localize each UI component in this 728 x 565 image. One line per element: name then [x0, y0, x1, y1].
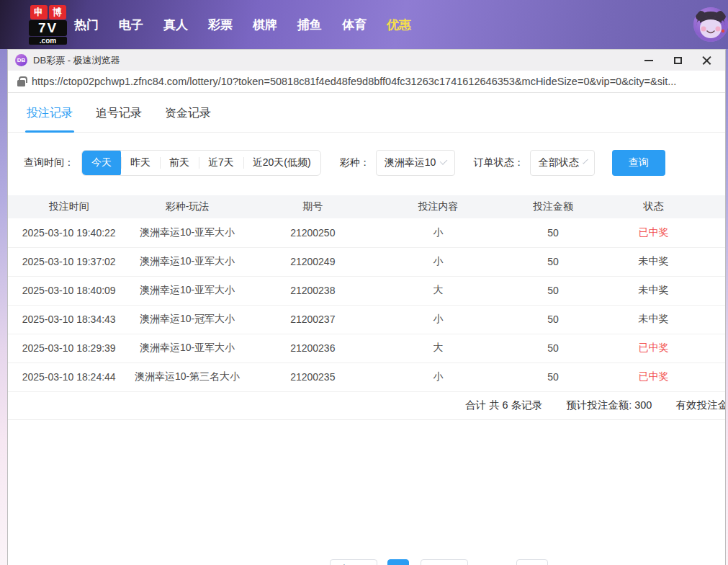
time-filter-label: 查询时间：	[24, 156, 74, 169]
minimize-icon	[644, 60, 653, 61]
cell-issue-number: 21200238	[245, 276, 381, 305]
nav-item-sports[interactable]: 体育	[341, 17, 367, 33]
time-option-today[interactable]: 今天	[82, 150, 121, 176]
nav-item-chess[interactable]: 棋牌	[252, 17, 278, 33]
maximize-button[interactable]	[663, 50, 692, 71]
next-page-button[interactable]: 下一页	[421, 559, 468, 565]
cell-status: 未中奖	[611, 276, 697, 305]
summary-valid-amount: 有效投注金额: 300	[675, 399, 726, 412]
time-option-yesterday[interactable]: 昨天	[121, 150, 160, 176]
cell-bet-content: 小	[381, 362, 495, 391]
cell-bet-content: 小	[381, 247, 495, 276]
table-row[interactable]: 2025-03-10 18:34:43 澳洲幸运10-冠军大小 21200237…	[8, 305, 725, 334]
time-option-day-before[interactable]: 前天	[160, 150, 199, 176]
cell-status: 已中奖	[611, 218, 697, 247]
status-select-value: 全部状态	[539, 156, 579, 169]
user-avatar[interactable]	[693, 7, 728, 42]
nav-item-live[interactable]: 真人	[163, 17, 189, 33]
cell-bet-time: 2025-03-10 18:29:39	[8, 334, 130, 362]
site-nav: 热门 电子 真人 彩票 棋牌 捕鱼 体育 优惠	[73, 0, 412, 49]
nav-item-fishing[interactable]: 捕鱼	[297, 17, 323, 33]
summary-total-records: 合计 共 6 条记录	[465, 399, 542, 412]
cell-bet-time: 2025-03-10 19:37:02	[8, 247, 130, 276]
lottery-select[interactable]: 澳洲幸运10	[376, 150, 455, 176]
time-option-last7days[interactable]: 近7天	[199, 150, 243, 176]
col-header-amount: 投注金额	[495, 195, 610, 218]
page-jump-input[interactable]	[516, 559, 548, 565]
lock-icon	[17, 80, 25, 86]
status-filter-label: 订单状态：	[474, 156, 524, 169]
window-titlebar[interactable]: DB DB彩票 - 极速浏览器	[8, 50, 725, 71]
cell-status: 已中奖	[611, 334, 697, 362]
maximize-icon	[674, 57, 682, 64]
cell-game-play: 澳洲幸运10-亚军大小	[130, 334, 244, 362]
close-button[interactable]	[692, 50, 721, 71]
search-button[interactable]: 查询	[612, 150, 665, 176]
minimize-button[interactable]	[634, 50, 663, 71]
summary-expected-amount: 预计投注金额: 300	[566, 399, 652, 412]
chevron-down-icon	[583, 158, 588, 164]
table-row[interactable]: 2025-03-10 19:40:22 澳洲幸运10-亚军大小 21200250…	[8, 218, 725, 247]
logo-badge-right: 博	[49, 5, 66, 19]
col-header-game: 彩种-玩法	[130, 195, 244, 218]
tab-fund-records[interactable]: 资金记录	[165, 93, 211, 133]
window-controls	[634, 50, 721, 71]
bet-records-table: 投注时间 彩种-玩法 期号 投注内容 投注金额 状态 2025-03-10 19…	[8, 195, 725, 392]
nav-item-promo[interactable]: 优惠	[386, 17, 412, 33]
browser-window: DB DB彩票 - 极速浏览器 https://ctop02pchwp1.zfn…	[7, 49, 726, 565]
cell-bet-amount: 50	[495, 362, 610, 391]
site-topbar: 申 博 7V .com 热门 电子 真人 彩票 棋牌 捕鱼 体育 优惠	[0, 0, 728, 49]
tab-bet-records[interactable]: 投注记录	[27, 93, 73, 133]
close-icon	[702, 55, 711, 65]
col-header-issue: 期号	[245, 195, 381, 218]
logo-main-text: 7V	[29, 20, 67, 36]
cell-issue-number: 21200236	[245, 334, 381, 362]
url-text[interactable]: https://ctop02pchwp1.zfnc84.com/lottery/…	[32, 76, 676, 87]
cell-game-play: 澳洲幸运10-亚军大小	[130, 247, 244, 276]
nav-item-lottery[interactable]: 彩票	[207, 17, 233, 33]
pagination: 上一页 1 下一页	[8, 559, 725, 565]
cell-bet-content: 小	[381, 218, 495, 247]
summary-row: 合计 共 6 条记录 预计投注金额: 300 有效投注金额: 300	[8, 392, 725, 420]
table-row[interactable]: 2025-03-10 19:37:02 澳洲幸运10-亚军大小 21200249…	[8, 247, 725, 276]
table-row[interactable]: 2025-03-10 18:29:39 澳洲幸运10-亚军大小 21200236…	[8, 334, 725, 362]
logo-sub-text: .com	[29, 37, 67, 45]
time-option-last20days[interactable]: 近20天(低频)	[243, 150, 320, 176]
prev-page-button[interactable]: 上一页	[330, 559, 377, 565]
page-number-button[interactable]: 1	[387, 559, 409, 565]
col-header-status: 状态	[611, 195, 697, 218]
cell-bet-content: 小	[381, 305, 495, 334]
filter-bar: 查询时间： 今天 昨天 前天 近7天 近20天(低频) 彩种： 澳洲幸运10 订…	[24, 150, 725, 176]
address-bar[interactable]: https://ctop02pchwp1.zfnc84.com/lottery/…	[8, 71, 725, 93]
table-row[interactable]: 2025-03-10 18:40:09 澳洲幸运10-亚军大小 21200238…	[8, 276, 725, 305]
cell-game-play: 澳洲幸运10-冠军大小	[130, 305, 244, 334]
chevron-down-icon	[440, 157, 448, 165]
cell-game-play: 澳洲幸运10-第三名大小	[130, 362, 244, 391]
nav-item-hot[interactable]: 热门	[73, 17, 99, 33]
cell-game-play: 澳洲幸运10-亚军大小	[130, 276, 244, 305]
cell-bet-amount: 50	[495, 218, 610, 247]
cell-bet-content: 大	[381, 276, 495, 305]
logo-badge-left: 申	[30, 5, 48, 19]
window-title: DB彩票 - 极速浏览器	[33, 54, 120, 67]
cell-bet-time: 2025-03-10 18:34:43	[8, 305, 130, 334]
cell-bet-content: 大	[381, 334, 495, 362]
lottery-select-value: 澳洲幸运10	[385, 156, 436, 169]
cell-bet-amount: 50	[495, 247, 610, 276]
cell-issue-number: 21200249	[245, 247, 381, 276]
cell-issue-number: 21200237	[245, 305, 381, 334]
avatar-illustration	[693, 7, 728, 42]
cell-bet-amount: 50	[495, 305, 610, 334]
nav-item-slots[interactable]: 电子	[118, 17, 144, 33]
table-header-row: 投注时间 彩种-玩法 期号 投注内容 投注金额 状态	[8, 195, 725, 218]
table-body: 2025-03-10 19:40:22 澳洲幸运10-亚军大小 21200250…	[8, 218, 725, 391]
table-row[interactable]: 2025-03-10 18:24:44 澳洲幸运10-第三名大小 2120023…	[8, 362, 725, 391]
cell-bet-time: 2025-03-10 19:40:22	[8, 218, 130, 247]
tab-chase-records[interactable]: 追号记录	[96, 93, 142, 133]
order-status-select[interactable]: 全部状态	[530, 150, 595, 176]
lottery-filter-label: 彩种：	[340, 156, 370, 169]
cell-status: 已中奖	[611, 362, 697, 391]
site-logo[interactable]: 申 博 7V .com	[29, 5, 67, 45]
cell-status: 未中奖	[611, 247, 697, 276]
site-favicon-icon: DB	[15, 54, 27, 66]
